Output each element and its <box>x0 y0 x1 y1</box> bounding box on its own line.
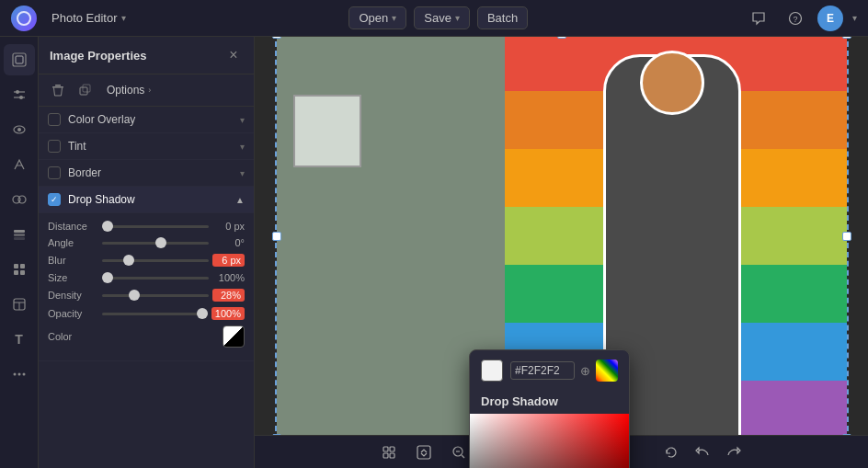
drop-shadow-checkbox[interactable] <box>48 193 61 206</box>
opacity-thumb[interactable] <box>197 308 208 319</box>
drop-shadow-chevron: ▲ <box>235 195 245 205</box>
undo-button[interactable] <box>690 439 715 465</box>
svg-rect-17 <box>14 270 18 275</box>
color-swatch[interactable] <box>223 325 245 348</box>
more-icon <box>11 366 28 382</box>
app-logo-inner <box>17 11 31 26</box>
border-label: Border <box>68 166 240 179</box>
color-row: Color <box>48 325 245 348</box>
layers-icon <box>11 226 28 243</box>
options-button[interactable]: Options › <box>107 84 151 97</box>
chat-icon-button[interactable] <box>744 4 773 33</box>
left-sidebar: T <box>0 37 39 468</box>
distance-row: Distance 0 px <box>48 221 245 232</box>
opacity-slider[interactable] <box>102 313 208 315</box>
zoom-out-button[interactable] <box>446 439 472 465</box>
size-thumb[interactable] <box>102 272 113 283</box>
color-overlay-label: Color Overlay <box>68 113 240 126</box>
sidebar-item-text[interactable]: T <box>4 324 35 355</box>
save-button[interactable]: Save ▾ <box>414 6 470 29</box>
border-checkbox[interactable] <box>48 166 61 179</box>
color-gradient-area[interactable] <box>470 414 629 468</box>
svg-rect-3 <box>16 56 23 63</box>
help-icon-button[interactable]: ? <box>781 4 810 33</box>
chat-icon <box>751 11 766 26</box>
density-slider[interactable] <box>102 294 209 297</box>
drop-shadow-controls: Distance 0 px Angle 0° Blur <box>39 213 254 361</box>
elements-icon <box>11 261 28 278</box>
density-value: 28% <box>212 289 245 302</box>
actual-size-button[interactable] <box>411 439 437 465</box>
effect-row-color-overlay[interactable]: Color Overlay ▾ <box>39 107 254 133</box>
cp-color-swatch[interactable] <box>481 360 503 382</box>
sidebar-item-effects[interactable] <box>4 184 35 215</box>
sidebar-item-view[interactable] <box>4 114 35 145</box>
open-button[interactable]: Open ▾ <box>348 6 406 29</box>
cp-hex-value[interactable]: #F2F2F2 <box>510 361 575 380</box>
panel-close-button[interactable]: × <box>224 46 243 64</box>
batch-button[interactable]: Batch <box>477 6 528 29</box>
handle-middle-left[interactable] <box>272 232 281 241</box>
redo-button[interactable] <box>721 439 747 465</box>
handle-bottom-left[interactable] <box>272 434 281 436</box>
svg-rect-18 <box>20 270 25 275</box>
svg-point-23 <box>17 373 20 376</box>
sidebar-item-retouch[interactable] <box>4 149 35 180</box>
effect-row-border[interactable]: Border ▾ <box>39 160 254 187</box>
size-slider[interactable] <box>102 277 209 280</box>
sidebar-item-layers[interactable] <box>4 219 35 250</box>
handle-top-center[interactable] <box>557 37 566 39</box>
cp-eyedropper-icon[interactable]: ⊕ <box>580 364 590 378</box>
effect-row-drop-shadow[interactable]: Drop Shadow ▲ <box>39 187 254 213</box>
distance-slider[interactable] <box>102 225 209 228</box>
duplicate-icon-button[interactable] <box>75 80 96 100</box>
cp-rainbow-button[interactable] <box>596 360 618 382</box>
svg-rect-15 <box>14 264 18 268</box>
sidebar-item-elements[interactable] <box>4 254 35 285</box>
rotate-ccw-button[interactable] <box>658 439 684 465</box>
panel-header: Image Properties × <box>39 37 254 74</box>
density-thumb[interactable] <box>129 290 140 301</box>
effect-row-tint[interactable]: Tint ▾ <box>39 133 254 160</box>
handle-bottom-right[interactable] <box>842 434 851 436</box>
handle-top-right[interactable] <box>842 37 851 39</box>
tint-label: Tint <box>68 140 240 153</box>
svg-point-22 <box>13 373 16 376</box>
angle-label: Angle <box>48 237 98 248</box>
app-title-button[interactable]: Photo Editor ▾ <box>44 7 133 29</box>
sidebar-item-select[interactable] <box>4 44 35 75</box>
svg-rect-31 <box>383 453 388 458</box>
user-avatar[interactable]: E <box>817 6 843 31</box>
cp-title: Drop Shadow <box>470 391 629 414</box>
handle-middle-right[interactable] <box>842 232 851 241</box>
color-picker-popup: #F2F2F2 ⊕ Drop Shadow <box>469 349 630 468</box>
color-overlay-checkbox[interactable] <box>48 113 61 126</box>
delete-icon-button[interactable] <box>48 80 68 100</box>
sidebar-item-templates[interactable] <box>4 289 35 320</box>
undo-icon <box>695 445 710 460</box>
handle-top-left[interactable] <box>272 37 281 39</box>
help-icon: ? <box>788 11 803 26</box>
color-label: Color <box>48 331 98 342</box>
svg-point-11 <box>18 196 26 203</box>
svg-rect-2 <box>13 53 26 66</box>
density-label: Density <box>48 290 98 301</box>
fit-icon <box>382 445 396 460</box>
angle-thumb[interactable] <box>155 237 166 248</box>
copy-icon <box>79 84 92 97</box>
select-icon <box>11 51 28 68</box>
tint-checkbox[interactable] <box>48 140 61 153</box>
angle-slider[interactable] <box>102 242 209 245</box>
blur-slider[interactable] <box>102 259 209 262</box>
window <box>293 95 361 167</box>
svg-rect-26 <box>55 85 61 86</box>
retouch-icon <box>11 156 28 173</box>
sidebar-item-adjust[interactable] <box>4 79 35 110</box>
sidebar-item-more[interactable] <box>4 359 35 390</box>
svg-rect-12 <box>14 230 25 233</box>
app-logo <box>11 6 37 31</box>
blur-thumb[interactable] <box>123 255 134 266</box>
fit-view-button[interactable] <box>376 439 402 465</box>
opacity-value: 100% <box>211 307 245 320</box>
distance-thumb[interactable] <box>102 221 113 232</box>
